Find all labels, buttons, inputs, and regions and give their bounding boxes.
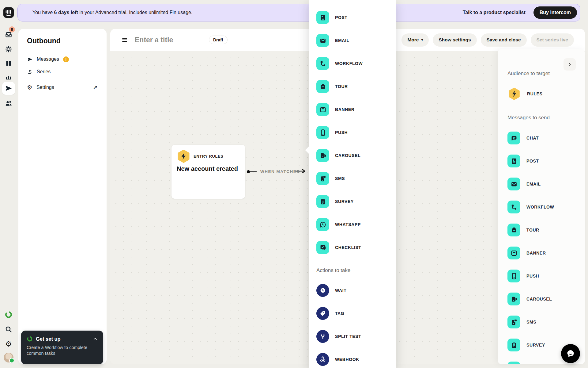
menu-item-tour[interactable]: TOUR [313, 75, 393, 98]
trial-days-left: 6 days left [54, 10, 78, 15]
menu-item-email[interactable]: EMAIL [313, 29, 393, 52]
workflow-icon [316, 57, 329, 70]
palette-item-chat[interactable]: CHAT [504, 127, 582, 149]
setup-progress-icon[interactable] [2, 308, 15, 321]
trial-message-mid: in your [78, 10, 95, 15]
palette-item-banner[interactable]: BANNER [504, 242, 582, 264]
checklist-icon [316, 241, 329, 254]
whatsapp-icon [316, 218, 329, 231]
series-icon [27, 69, 33, 75]
sidebar-item-messages[interactable]: Messages ! [23, 53, 102, 65]
tag-icon [316, 307, 329, 320]
entry-rule-title: New account created [177, 165, 238, 172]
split-test-icon [316, 330, 329, 343]
menu-item-sms[interactable]: SMS [313, 167, 393, 190]
user-avatar[interactable] [4, 353, 13, 362]
tour-icon [507, 224, 520, 236]
intercom-messenger-launcher[interactable] [561, 344, 580, 363]
warning-badge: ! [63, 56, 69, 62]
gear-icon: ⚙ [27, 84, 32, 90]
trial-banner: You have 6 days left in your Advanced tr… [17, 4, 580, 21]
trial-message-suffix: . Includes unlimited Fin usage. [126, 10, 192, 15]
palette-item-workflow[interactable]: WORKFLOW [504, 196, 582, 218]
palette-item-push[interactable]: PUSH [504, 265, 582, 287]
whatsapp-icon [507, 362, 520, 364]
intercom-logo[interactable] [2, 6, 15, 19]
trial-message: You have 6 days left in your Advanced tr… [32, 10, 192, 15]
carousel-icon [507, 293, 520, 305]
messenger-icon [566, 349, 575, 358]
outbound-title: Outbound [27, 37, 61, 45]
entry-rules-block[interactable]: ENTRY RULES New account created [172, 145, 245, 199]
palette-item-email[interactable]: EMAIL [504, 173, 582, 195]
palette-item-tour[interactable]: TOUR [504, 219, 582, 241]
palette-item-carousel[interactable]: CAROUSEL [504, 288, 582, 310]
chevron-down-icon: ▾ [421, 38, 423, 42]
palette-item-rules[interactable]: RULES [504, 82, 582, 105]
menu-item-banner[interactable]: BANNER [313, 98, 393, 121]
chevron-right-icon [567, 62, 572, 67]
menu-item-survey[interactable]: SURVEY [313, 190, 393, 213]
advanced-trial-link[interactable]: Advanced trial [95, 10, 126, 15]
collapse-panel-button[interactable] [564, 58, 576, 71]
get-set-up-card[interactable]: Get set up Create a Workflow to complete… [21, 331, 103, 364]
chevron-up-icon[interactable] [93, 336, 98, 341]
menu-item-wait[interactable]: WAIT [313, 279, 393, 302]
app-window: 8 ⚙ You have 6 days left in your Advance… [0, 0, 588, 368]
rules-icon [507, 87, 521, 101]
connector-line [249, 171, 257, 172]
trial-message-prefix: You have [32, 10, 54, 15]
search-icon[interactable] [2, 323, 15, 336]
menu-item-split-test[interactable]: SPLIT TEST [313, 325, 393, 348]
menu-item-workflow[interactable]: WORKFLOW [313, 52, 393, 75]
outbound-panel: Outbound Messages ! Series ⚙ Settings ↗ [18, 29, 107, 364]
contacts-icon[interactable] [2, 97, 15, 110]
setup-description: Create a Workflow to complete common tas… [27, 345, 98, 356]
more-button[interactable]: More▾ [401, 33, 429, 47]
outbound-icon[interactable] [2, 82, 15, 95]
palette-item-sms[interactable]: SMS [504, 311, 582, 333]
sidebar-item-settings[interactable]: ⚙ Settings ↗ [23, 82, 102, 93]
set-series-live-button: Set series live [531, 33, 574, 47]
knowledge-icon[interactable] [2, 57, 15, 70]
survey-icon [316, 195, 329, 208]
menu-item-carousel[interactable]: CAROUSEL [313, 144, 393, 167]
setup-progress-ring-icon [27, 336, 33, 342]
menu-item-checklist[interactable]: CHECKLIST [313, 236, 393, 259]
menu-item-webhook[interactable]: WEBHOOK [313, 348, 393, 368]
sidebar-item-series[interactable]: Series [23, 66, 102, 78]
show-settings-button[interactable]: Show settings [433, 33, 477, 47]
push-icon [316, 126, 329, 139]
menu-item-tag[interactable]: TAG [313, 302, 393, 325]
workflow-icon [507, 201, 520, 213]
palette-item-post[interactable]: POST [504, 150, 582, 172]
email-icon [507, 178, 520, 190]
post-icon [316, 11, 329, 24]
settings-label: Settings [36, 85, 54, 90]
insert-block-menu: POST EMAIL WORKFLOW TOUR BANNER PUSH CAR… [309, 0, 396, 368]
push-icon [507, 270, 520, 282]
save-and-close-button[interactable]: Save and close [481, 33, 527, 47]
external-link-icon: ↗ [93, 84, 97, 91]
settings-gear-icon[interactable]: ⚙ [2, 337, 15, 350]
buy-intercom-button[interactable]: Buy Intercom [533, 6, 577, 19]
carousel-icon [316, 149, 329, 162]
post-icon [507, 155, 520, 167]
menu-item-whatsapp[interactable]: WHATSAPP [313, 213, 393, 236]
blocks-palette-panel: Audience to target RULES Messages to sen… [498, 49, 585, 364]
ai-agent-icon[interactable] [2, 43, 15, 56]
rules-icon [176, 149, 191, 163]
setup-title: Get set up [36, 336, 90, 342]
sms-icon [316, 172, 329, 185]
talk-to-specialist-link[interactable]: Talk to a product specialist [463, 10, 526, 15]
menu-icon[interactable] [121, 36, 128, 43]
menu-item-push[interactable]: PUSH [313, 121, 393, 144]
paper-plane-icon [27, 56, 33, 62]
connector-label: WHEN MATCHED [260, 169, 300, 174]
messages-to-send-header: Messages to send [507, 115, 550, 121]
status-badge: Draft [209, 36, 228, 44]
tour-icon [316, 80, 329, 93]
series-title-input[interactable] [135, 36, 202, 44]
audience-header: Audience to target [507, 71, 550, 77]
menu-item-post[interactable]: POST [313, 6, 393, 29]
